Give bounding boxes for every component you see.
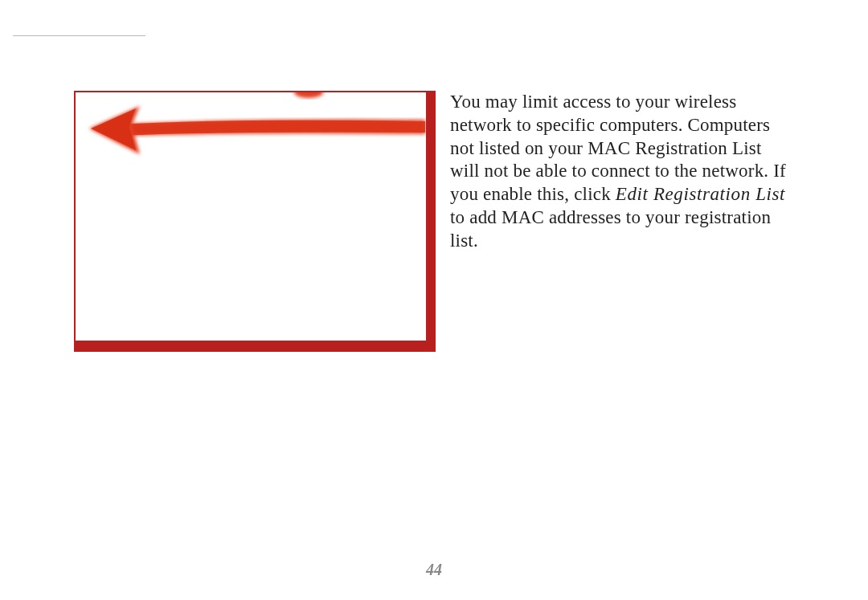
body-text-italic: Edit Registration List — [616, 184, 785, 204]
svg-point-0 — [294, 91, 323, 98]
image-frame — [74, 91, 436, 352]
header-rule — [13, 35, 145, 36]
body-paragraph: You may limit access to your wireless ne… — [450, 91, 796, 252]
page-number: 44 — [0, 561, 868, 579]
body-text-after: to add MAC addresses to your registratio… — [450, 207, 771, 251]
arrow-icon — [74, 91, 433, 182]
content-row: You may limit access to your wireless ne… — [74, 91, 796, 352]
